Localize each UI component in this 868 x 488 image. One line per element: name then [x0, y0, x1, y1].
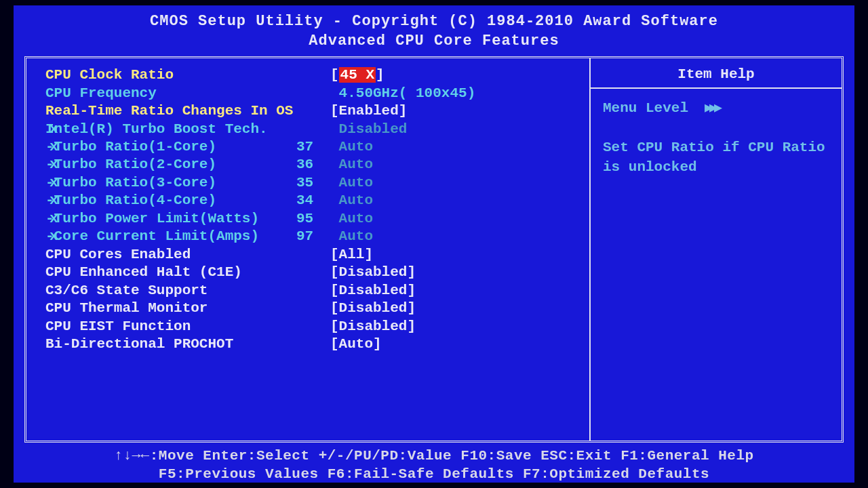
setting-value-cell: [45 X]: [330, 66, 583, 84]
disabled-marker-icon: x: [50, 210, 58, 228]
subtitle: Advanced CPU Core Features: [14, 32, 854, 52]
setting-label: -Turbo Ratio(4-Core): [45, 192, 296, 209]
setting-row[interactable]: x-Turbo Ratio(1-Core)37 Auto: [45, 138, 583, 156]
footer: ↑↓→←:Move Enter:Select +/-/PU/PD:Value F…: [14, 444, 854, 487]
setting-row[interactable]: C3/C6 State Support[Disabled]: [45, 282, 583, 300]
setting-num: [296, 85, 330, 102]
setting-label: C3/C6 State Support: [45, 282, 296, 300]
disabled-marker-icon: x: [50, 174, 58, 192]
setting-label: CPU Cores Enabled: [45, 246, 296, 264]
setting-label: Bi-Directional PROCHOT: [45, 336, 296, 353]
setting-value-cell: [Auto]: [330, 336, 583, 353]
content-frame: CPU Clock Ratio[45 X]CPU Frequency 4.50G…: [24, 56, 844, 443]
setting-label: -Turbo Ratio(1-Core): [45, 138, 296, 156]
setting-value[interactable]: [Enabled]: [330, 103, 407, 119]
setting-value: 4.50GHz( 100x45): [330, 85, 475, 101]
setting-row[interactable]: x-Turbo Ratio(3-Core)35 Auto: [45, 174, 583, 192]
setting-value-cell: [Enabled]: [330, 102, 583, 120]
disabled-marker-icon: x: [50, 228, 58, 245]
setting-num: 37: [296, 138, 330, 156]
menu-level-label: Menu Level: [603, 98, 688, 118]
setting-row[interactable]: x-Core Current Limit(Amps)97 Auto: [45, 228, 583, 245]
setting-num: [296, 318, 330, 336]
setting-num: 95: [296, 210, 330, 228]
disabled-marker-icon: x: [50, 192, 58, 209]
setting-num: [296, 66, 330, 84]
setting-value-cell: Auto: [330, 228, 583, 245]
setting-label: -Turbo Ratio(2-Core): [45, 156, 296, 174]
setting-label: -Core Current Limit(Amps): [45, 228, 296, 245]
header: CMOS Setup Utility - Copyright (C) 1984-…: [14, 5, 854, 51]
bios-screen: CMOS Setup Utility - Copyright (C) 1984-…: [14, 5, 854, 483]
setting-row[interactable]: CPU Thermal Monitor[Disabled]: [45, 300, 583, 317]
settings-panel[interactable]: CPU Clock Ratio[45 X]CPU Frequency 4.50G…: [26, 58, 589, 441]
setting-row[interactable]: CPU Frequency 4.50GHz( 100x45): [45, 85, 583, 102]
help-body: Menu Level ▶▶▶ Set CPU Ratio if CPU Rati…: [591, 89, 842, 186]
setting-value-cell: [Disabled]: [330, 300, 583, 317]
setting-row[interactable]: Bi-Directional PROCHOT[Auto]: [45, 336, 583, 353]
setting-row[interactable]: Real-Time Ratio Changes In OS[Enabled]: [45, 102, 583, 120]
title: CMOS Setup Utility - Copyright (C) 1984-…: [14, 12, 854, 32]
setting-value-cell: [Disabled]: [330, 264, 583, 281]
setting-num: 35: [296, 174, 330, 192]
setting-row[interactable]: x-Turbo Power Limit(Watts)95 Auto: [45, 210, 583, 228]
setting-value-cell: Auto: [330, 156, 583, 174]
setting-num: 34: [296, 192, 330, 209]
setting-row[interactable]: CPU Clock Ratio[45 X]: [45, 66, 583, 84]
setting-value[interactable]: [Disabled]: [330, 264, 416, 280]
menu-level-arrows-icon: ▶▶▶: [705, 99, 719, 118]
footer-line2: F5:Previous Values F6:Fail-Safe Defaults…: [24, 465, 844, 483]
setting-row[interactable]: CPU Enhanced Halt (C1E)[Disabled]: [45, 264, 583, 281]
setting-label: Intel(R) Turbo Boost Tech.: [45, 121, 296, 138]
setting-value-cell: [All]: [330, 246, 583, 264]
setting-label: -Turbo Power Limit(Watts): [45, 210, 296, 228]
setting-num: 97: [296, 228, 330, 245]
setting-num: [296, 300, 330, 317]
setting-value: Auto: [330, 192, 373, 208]
setting-value: Auto: [330, 211, 373, 226]
help-title: Item Help: [591, 58, 842, 87]
setting-value-cell: [Disabled]: [330, 282, 583, 300]
setting-value-cell: Auto: [330, 138, 583, 156]
setting-value-cell: Auto: [330, 210, 583, 228]
setting-value: Auto: [330, 228, 373, 244]
setting-value-cell: Auto: [330, 192, 583, 209]
help-text: Set CPU Ratio if CPU Ratio is unlocked: [603, 138, 829, 178]
setting-value[interactable]: [Disabled]: [330, 300, 416, 316]
setting-num: [296, 282, 330, 300]
setting-row[interactable]: CPU Cores Enabled[All]: [45, 246, 583, 264]
disabled-marker-icon: x: [50, 156, 58, 174]
setting-value[interactable]: [All]: [330, 247, 373, 262]
setting-value: Auto: [330, 139, 373, 155]
setting-value[interactable]: [Disabled]: [330, 319, 416, 334]
setting-num: [296, 264, 330, 281]
setting-label: Real-Time Ratio Changes In OS: [45, 102, 296, 120]
setting-num: [296, 246, 330, 264]
setting-value[interactable]: [Auto]: [330, 336, 382, 352]
disabled-marker-icon: x: [50, 121, 58, 138]
setting-value-cell: 4.50GHz( 100x45): [330, 85, 583, 102]
footer-line1: ↑↓→←:Move Enter:Select +/-/PU/PD:Value F…: [24, 447, 844, 465]
setting-row[interactable]: xIntel(R) Turbo Boost Tech. Disabled: [45, 121, 583, 138]
setting-label: CPU EIST Function: [45, 318, 296, 336]
setting-value-cell: Auto: [330, 174, 583, 192]
setting-row[interactable]: x-Turbo Ratio(2-Core)36 Auto: [45, 156, 583, 174]
setting-row[interactable]: CPU EIST Function[Disabled]: [45, 318, 583, 336]
setting-num: [296, 102, 330, 120]
setting-value: Auto: [330, 157, 373, 172]
menu-level: Menu Level ▶▶▶: [603, 98, 829, 118]
setting-label: CPU Enhanced Halt (C1E): [45, 264, 296, 281]
help-panel: Item Help Menu Level ▶▶▶ Set CPU Ratio i…: [589, 58, 842, 441]
setting-num: [296, 336, 330, 353]
setting-value[interactable]: [Disabled]: [330, 283, 416, 298]
disabled-marker-icon: x: [50, 138, 58, 156]
setting-label: CPU Clock Ratio: [45, 66, 296, 84]
setting-value[interactable]: 45 X: [339, 67, 376, 83]
setting-label: -Turbo Ratio(3-Core): [45, 174, 296, 192]
setting-label: CPU Frequency: [45, 85, 296, 102]
setting-value-cell: Disabled: [330, 121, 583, 138]
setting-value-cell: [Disabled]: [330, 318, 583, 336]
setting-value: Disabled: [330, 121, 407, 137]
setting-num: [296, 121, 330, 138]
setting-row[interactable]: x-Turbo Ratio(4-Core)34 Auto: [45, 192, 583, 209]
